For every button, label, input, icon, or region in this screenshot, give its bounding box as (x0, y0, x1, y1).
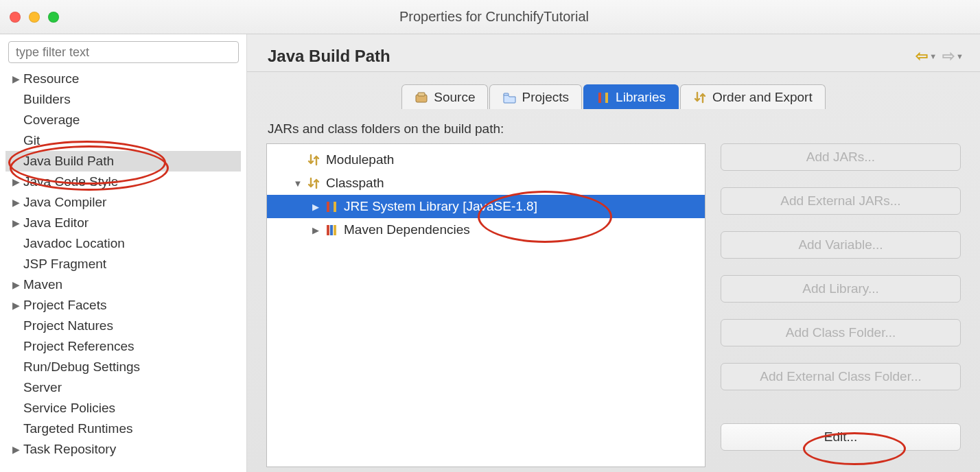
window-controls (10, 12, 59, 23)
tree-node-modulepath[interactable]: Modulepath (267, 148, 705, 172)
sidebar-item-service-policies[interactable]: Service Policies (5, 398, 241, 418)
sidebar-item-run-debug-settings[interactable]: Run/Debug Settings (5, 357, 241, 377)
edit-button[interactable]: Edit... (721, 423, 961, 451)
sidebar-item-jsp-fragment[interactable]: JSP Fragment (5, 254, 241, 274)
sidebar-item-builders[interactable]: Builders (5, 89, 241, 110)
order-export-icon (307, 176, 320, 190)
library-icon (596, 91, 610, 104)
sidebar-item-maven[interactable]: ▶Maven (5, 274, 241, 295)
sidebar-item-label: Javadoc Location (22, 236, 125, 251)
sidebar-item-project-references[interactable]: Project References (5, 336, 241, 357)
button-column: Add JARs... Add External JARs... Add Var… (721, 143, 961, 467)
nav-back-button[interactable]: ⇦ ▼ (915, 47, 937, 65)
titlebar: Properties for CrunchifyTutorial (0, 0, 980, 34)
sidebar-item-label: Resource (22, 71, 79, 86)
sidebar-item-java-editor[interactable]: ▶Java Editor (5, 213, 241, 233)
disclosure-triangle-icon[interactable]: ▶ (10, 176, 22, 187)
sidebar-item-coverage[interactable]: Coverage (5, 110, 241, 130)
minimize-window-button[interactable] (29, 12, 40, 23)
arrow-right-icon: ⇨ (942, 47, 955, 65)
sidebar-item-label: Java Build Path (22, 154, 114, 169)
sidebar-item-java-build-path[interactable]: Java Build Path (5, 151, 241, 172)
sidebar-item-label: Run/Debug Settings (22, 359, 140, 375)
tab-label: Projects (522, 90, 569, 105)
window-title: Properties for CrunchifyTutorial (59, 9, 929, 25)
main-panel: Java Build Path ⇦ ▼ ⇨ ▼ SourceProjectsLi… (247, 34, 980, 472)
disclosure-triangle-icon[interactable]: ▶ (310, 225, 322, 235)
sidebar-item-label: Task Repository (22, 442, 116, 457)
sidebar-item-javadoc-location[interactable]: Javadoc Location (5, 233, 241, 254)
tabstrip: SourceProjectsLibrariesOrder and Export (247, 84, 980, 109)
sidebar-item-label: Service Policies (22, 401, 115, 416)
sidebar-item-label: Java Editor (22, 215, 89, 231)
page-title: Java Build Path (268, 47, 390, 66)
chevron-down-icon: ▼ (929, 52, 937, 60)
filter-input[interactable] (8, 41, 239, 63)
tab-libraries[interactable]: Libraries (583, 84, 679, 109)
sidebar-item-label: JSP Fragment (22, 257, 106, 272)
sidebar-item-project-facets[interactable]: ▶Project Facets (5, 295, 241, 316)
disclosure-triangle-icon[interactable]: ▶ (310, 202, 322, 212)
add-class-folder-button[interactable]: Add Class Folder... (721, 319, 961, 346)
sidebar-item-label: Server (22, 380, 62, 395)
folder-icon (502, 91, 516, 104)
tab-projects[interactable]: Projects (489, 84, 582, 109)
sidebar-item-label: Targeted Runtimes (22, 421, 132, 436)
library-icon (325, 200, 338, 213)
tab-order-and-export[interactable]: Order and Export (680, 84, 826, 109)
tree-node-jre-system-library[interactable]: ▶ JRE System Library [JavaSE-1.8] (267, 195, 705, 218)
property-tree-sidebar: ▶ResourceBuildersCoverageGitJava Build P… (0, 34, 247, 472)
sidebar-item-label: Project Natures (22, 318, 113, 333)
sidebar-item-label: Project References (22, 339, 135, 354)
disclosure-triangle-icon[interactable]: ▶ (10, 217, 22, 228)
add-external-jars-button[interactable]: Add External JARs... (721, 187, 961, 215)
disclosure-triangle-icon[interactable]: ▼ (292, 178, 304, 189)
nav-forward-button[interactable]: ⇨ ▼ (942, 47, 964, 65)
property-tree[interactable]: ▶ResourceBuildersCoverageGitJava Build P… (5, 69, 241, 460)
add-jars-button[interactable]: Add JARs... (721, 143, 961, 171)
disclosure-triangle-icon[interactable]: ▶ (10, 444, 22, 455)
sidebar-item-label: Project Facets (22, 298, 106, 313)
sidebar-item-label: Maven (22, 277, 62, 292)
nav-history: ⇦ ▼ ⇨ ▼ (915, 47, 968, 65)
disclosure-triangle-icon[interactable]: ▶ (10, 197, 22, 208)
tree-node-label: Maven Dependencies (344, 222, 470, 237)
order-export-icon (693, 91, 707, 104)
sidebar-item-java-code-style[interactable]: ▶Java Code Style (5, 172, 241, 192)
classpath-tree[interactable]: Modulepath ▼ Classpath ▶ JRE System Libr… (266, 143, 705, 467)
sidebar-item-label: Git (22, 133, 40, 148)
order-export-icon (307, 153, 320, 167)
package-icon (415, 91, 428, 104)
sidebar-item-java-compiler[interactable]: ▶Java Compiler (5, 192, 241, 213)
sidebar-item-label: Java Code Style (22, 174, 118, 189)
zoom-window-button[interactable] (48, 12, 59, 23)
sidebar-item-project-natures[interactable]: Project Natures (5, 316, 241, 336)
tree-node-classpath[interactable]: ▼ Classpath (267, 172, 705, 195)
sidebar-item-server[interactable]: Server (5, 377, 241, 398)
tab-label: Libraries (616, 90, 666, 105)
add-external-class-folder-button[interactable]: Add External Class Folder... (721, 363, 961, 390)
sidebar-item-label: Coverage (22, 113, 80, 128)
tree-node-label: JRE System Library [JavaSE-1.8] (344, 199, 537, 214)
tree-node-maven-dependencies[interactable]: ▶ Maven Dependencies (267, 218, 705, 241)
sidebar-item-resource[interactable]: ▶Resource (5, 69, 241, 89)
tree-node-label: Modulepath (326, 152, 394, 167)
tree-node-label: Classpath (326, 176, 384, 191)
library-icon (325, 223, 338, 237)
sidebar-item-label: Java Compiler (22, 195, 106, 210)
tab-label: Source (434, 90, 475, 105)
close-window-button[interactable] (10, 12, 21, 23)
panel-caption: JARs and class folders on the build path… (268, 121, 961, 137)
sidebar-item-task-repository[interactable]: ▶Task Repository (5, 439, 241, 460)
add-library-button[interactable]: Add Library... (721, 275, 961, 303)
arrow-left-icon: ⇦ (915, 47, 928, 65)
sidebar-item-targeted-runtimes[interactable]: Targeted Runtimes (5, 418, 241, 439)
add-variable-button[interactable]: Add Variable... (721, 231, 961, 259)
sidebar-item-label: Builders (22, 92, 71, 107)
disclosure-triangle-icon[interactable]: ▶ (10, 279, 22, 290)
disclosure-triangle-icon[interactable]: ▶ (10, 300, 22, 311)
sidebar-item-git[interactable]: Git (5, 130, 241, 151)
tab-source[interactable]: Source (401, 84, 488, 109)
disclosure-triangle-icon[interactable]: ▶ (10, 73, 22, 84)
tab-label: Order and Export (712, 90, 813, 105)
